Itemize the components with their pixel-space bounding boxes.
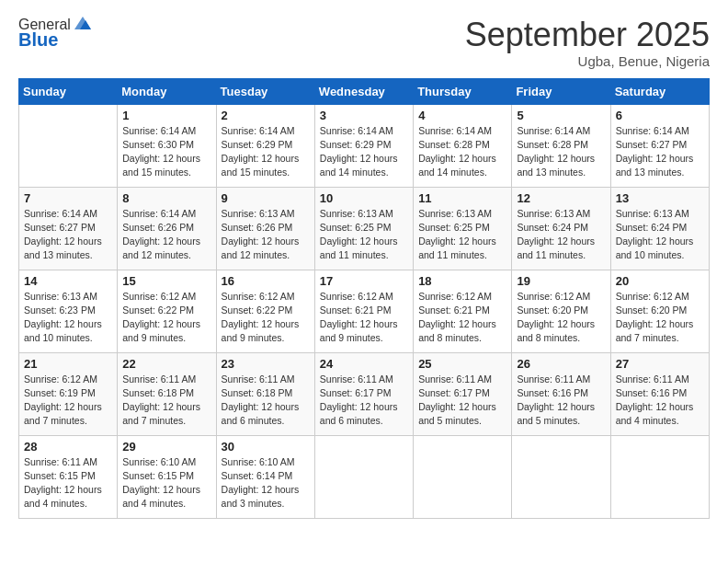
header-row: SundayMondayTuesdayWednesdayThursdayFrid… xyxy=(19,78,710,104)
day-number: 14 xyxy=(24,274,112,288)
day-info: Sunrise: 6:14 AM Sunset: 6:27 PM Dayligh… xyxy=(24,207,112,263)
day-info: Sunrise: 6:13 AM Sunset: 6:25 PM Dayligh… xyxy=(320,207,408,263)
day-cell: 18Sunrise: 6:12 AM Sunset: 6:21 PM Dayli… xyxy=(414,270,512,352)
day-info: Sunrise: 6:13 AM Sunset: 6:26 PM Dayligh… xyxy=(222,207,310,263)
week-row-3: 14Sunrise: 6:13 AM Sunset: 6:23 PM Dayli… xyxy=(19,270,710,352)
day-cell: 3Sunrise: 6:14 AM Sunset: 6:29 PM Daylig… xyxy=(314,104,413,187)
day-info: Sunrise: 6:11 AM Sunset: 6:16 PM Dayligh… xyxy=(616,373,704,429)
day-number: 22 xyxy=(122,357,210,371)
day-info: Sunrise: 6:12 AM Sunset: 6:22 PM Dayligh… xyxy=(222,290,310,346)
day-info: Sunrise: 6:12 AM Sunset: 6:22 PM Dayligh… xyxy=(122,290,210,346)
day-info: Sunrise: 6:14 AM Sunset: 6:29 PM Dayligh… xyxy=(320,124,408,180)
day-number: 23 xyxy=(222,357,310,371)
day-number: 27 xyxy=(616,357,704,371)
day-cell: 9Sunrise: 6:13 AM Sunset: 6:26 PM Daylig… xyxy=(216,187,314,270)
col-header-wednesday: Wednesday xyxy=(314,78,413,104)
col-header-monday: Monday xyxy=(118,78,216,104)
day-number: 28 xyxy=(24,440,112,454)
day-cell: 22Sunrise: 6:11 AM Sunset: 6:18 PM Dayli… xyxy=(118,352,216,435)
day-number: 13 xyxy=(616,191,704,205)
day-number: 12 xyxy=(517,191,605,205)
day-info: Sunrise: 6:14 AM Sunset: 6:28 PM Dayligh… xyxy=(418,124,506,180)
page: General Blue September 2025 Ugba, Benue,… xyxy=(0,0,728,563)
day-info: Sunrise: 6:14 AM Sunset: 6:27 PM Dayligh… xyxy=(616,124,704,180)
day-cell: 27Sunrise: 6:11 AM Sunset: 6:16 PM Dayli… xyxy=(610,352,709,435)
day-number: 9 xyxy=(222,191,310,205)
day-info: Sunrise: 6:14 AM Sunset: 6:29 PM Dayligh… xyxy=(222,124,310,180)
day-info: Sunrise: 6:12 AM Sunset: 6:20 PM Dayligh… xyxy=(616,290,704,346)
day-cell: 20Sunrise: 6:12 AM Sunset: 6:20 PM Dayli… xyxy=(610,270,709,352)
day-cell: 4Sunrise: 6:14 AM Sunset: 6:28 PM Daylig… xyxy=(414,104,512,187)
logo: General Blue xyxy=(18,17,93,51)
logo-icon xyxy=(73,13,93,33)
day-number: 10 xyxy=(320,191,408,205)
day-number: 11 xyxy=(418,191,506,205)
day-number: 17 xyxy=(320,274,408,288)
day-number: 2 xyxy=(222,109,310,122)
day-number: 26 xyxy=(517,357,605,371)
day-info: Sunrise: 6:14 AM Sunset: 6:26 PM Dayligh… xyxy=(122,207,210,263)
day-cell: 14Sunrise: 6:13 AM Sunset: 6:23 PM Dayli… xyxy=(19,270,118,352)
day-info: Sunrise: 6:12 AM Sunset: 6:20 PM Dayligh… xyxy=(517,290,605,346)
week-row-4: 21Sunrise: 6:12 AM Sunset: 6:19 PM Dayli… xyxy=(19,352,710,435)
day-info: Sunrise: 6:10 AM Sunset: 6:14 PM Dayligh… xyxy=(222,455,310,511)
day-cell: 17Sunrise: 6:12 AM Sunset: 6:21 PM Dayli… xyxy=(314,270,413,352)
day-cell: 6Sunrise: 6:14 AM Sunset: 6:27 PM Daylig… xyxy=(610,104,709,187)
day-number: 29 xyxy=(122,440,210,454)
day-cell xyxy=(512,435,610,518)
day-number: 18 xyxy=(418,274,506,288)
day-number: 7 xyxy=(24,191,112,205)
day-cell: 7Sunrise: 6:14 AM Sunset: 6:27 PM Daylig… xyxy=(19,187,118,270)
day-cell: 30Sunrise: 6:10 AM Sunset: 6:14 PM Dayli… xyxy=(216,435,314,518)
day-number: 20 xyxy=(616,274,704,288)
day-cell xyxy=(414,435,512,518)
month-title: September 2025 xyxy=(465,17,710,53)
day-cell: 25Sunrise: 6:11 AM Sunset: 6:17 PM Dayli… xyxy=(414,352,512,435)
location: Ugba, Benue, Nigeria xyxy=(465,53,710,69)
day-cell xyxy=(19,104,118,187)
day-cell: 13Sunrise: 6:13 AM Sunset: 6:24 PM Dayli… xyxy=(610,187,709,270)
day-cell: 29Sunrise: 6:10 AM Sunset: 6:15 PM Dayli… xyxy=(118,435,216,518)
day-cell: 28Sunrise: 6:11 AM Sunset: 6:15 PM Dayli… xyxy=(19,435,118,518)
day-cell: 24Sunrise: 6:11 AM Sunset: 6:17 PM Dayli… xyxy=(314,352,413,435)
title-block: September 2025 Ugba, Benue, Nigeria xyxy=(465,17,710,69)
day-cell: 12Sunrise: 6:13 AM Sunset: 6:24 PM Dayli… xyxy=(512,187,610,270)
day-info: Sunrise: 6:13 AM Sunset: 6:24 PM Dayligh… xyxy=(616,207,704,263)
day-info: Sunrise: 6:11 AM Sunset: 6:15 PM Dayligh… xyxy=(24,455,112,511)
day-number: 1 xyxy=(122,109,210,122)
week-row-5: 28Sunrise: 6:11 AM Sunset: 6:15 PM Dayli… xyxy=(19,435,710,518)
day-info: Sunrise: 6:12 AM Sunset: 6:21 PM Dayligh… xyxy=(320,290,408,346)
day-info: Sunrise: 6:11 AM Sunset: 6:16 PM Dayligh… xyxy=(517,373,605,429)
day-info: Sunrise: 6:13 AM Sunset: 6:23 PM Dayligh… xyxy=(24,290,112,346)
day-info: Sunrise: 6:14 AM Sunset: 6:28 PM Dayligh… xyxy=(517,124,605,180)
day-cell: 26Sunrise: 6:11 AM Sunset: 6:16 PM Dayli… xyxy=(512,352,610,435)
header: General Blue September 2025 Ugba, Benue,… xyxy=(18,17,710,69)
day-number: 30 xyxy=(222,440,310,454)
day-info: Sunrise: 6:12 AM Sunset: 6:21 PM Dayligh… xyxy=(418,290,506,346)
day-info: Sunrise: 6:13 AM Sunset: 6:24 PM Dayligh… xyxy=(517,207,605,263)
day-number: 21 xyxy=(24,357,112,371)
day-number: 15 xyxy=(122,274,210,288)
col-header-thursday: Thursday xyxy=(414,78,512,104)
day-cell xyxy=(314,435,413,518)
day-info: Sunrise: 6:13 AM Sunset: 6:25 PM Dayligh… xyxy=(418,207,506,263)
col-header-tuesday: Tuesday xyxy=(216,78,314,104)
day-info: Sunrise: 6:11 AM Sunset: 6:17 PM Dayligh… xyxy=(320,373,408,429)
day-cell: 23Sunrise: 6:11 AM Sunset: 6:18 PM Dayli… xyxy=(216,352,314,435)
day-cell: 5Sunrise: 6:14 AM Sunset: 6:28 PM Daylig… xyxy=(512,104,610,187)
day-cell: 15Sunrise: 6:12 AM Sunset: 6:22 PM Dayli… xyxy=(118,270,216,352)
calendar-table: SundayMondayTuesdayWednesdayThursdayFrid… xyxy=(18,78,710,519)
day-number: 3 xyxy=(320,109,408,122)
day-cell: 8Sunrise: 6:14 AM Sunset: 6:26 PM Daylig… xyxy=(118,187,216,270)
day-cell: 2Sunrise: 6:14 AM Sunset: 6:29 PM Daylig… xyxy=(216,104,314,187)
col-header-saturday: Saturday xyxy=(610,78,709,104)
day-number: 19 xyxy=(517,274,605,288)
day-cell: 21Sunrise: 6:12 AM Sunset: 6:19 PM Dayli… xyxy=(19,352,118,435)
day-cell: 11Sunrise: 6:13 AM Sunset: 6:25 PM Dayli… xyxy=(414,187,512,270)
week-row-1: 1Sunrise: 6:14 AM Sunset: 6:30 PM Daylig… xyxy=(19,104,710,187)
day-info: Sunrise: 6:11 AM Sunset: 6:18 PM Dayligh… xyxy=(222,373,310,429)
day-number: 25 xyxy=(418,357,506,371)
col-header-friday: Friday xyxy=(512,78,610,104)
day-info: Sunrise: 6:12 AM Sunset: 6:19 PM Dayligh… xyxy=(24,373,112,429)
day-number: 8 xyxy=(122,191,210,205)
